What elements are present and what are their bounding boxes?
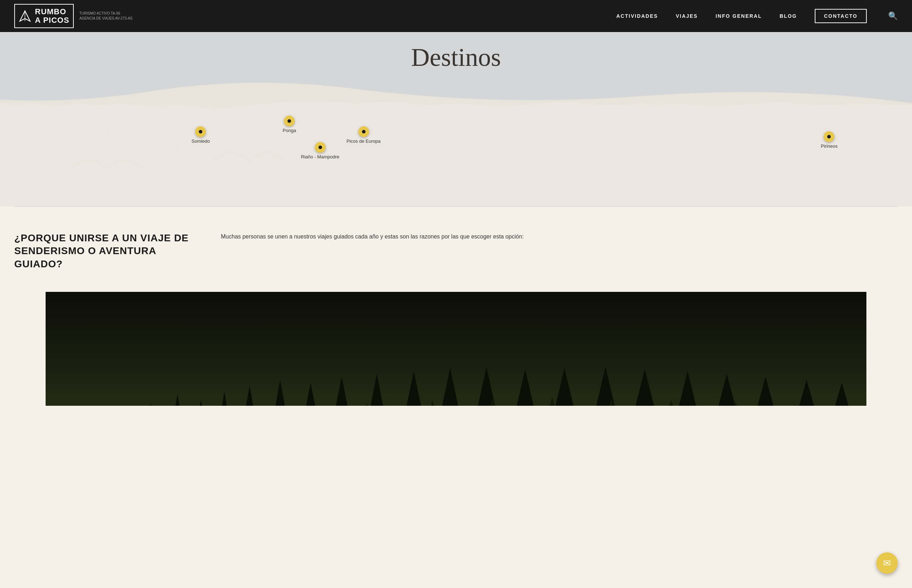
- pin-somiedo[interactable]: Somiedo: [192, 126, 210, 144]
- pin-picos-europa[interactable]: Picos de Europa: [347, 126, 381, 144]
- search-icon[interactable]: 🔍: [888, 11, 898, 21]
- logo[interactable]: RUMBO A PICOS: [14, 4, 74, 28]
- pin-ponga[interactable]: Ponga: [283, 116, 296, 133]
- nav-contacto[interactable]: CONTACTO: [815, 9, 867, 23]
- why-heading: ¿PORQUE UNIRSE A UN VIAJE DE SENDERISMO …: [14, 232, 193, 270]
- nav-blog[interactable]: BLOG: [780, 13, 797, 19]
- why-section: ¿PORQUE UNIRSE A UN VIAJE DE SENDERISMO …: [0, 207, 912, 292]
- site-header: RUMBO A PICOS TURISMO ACTIVO TA-56 AGENC…: [0, 0, 912, 32]
- nav-info-general[interactable]: INFO GENERAL: [716, 13, 762, 19]
- pin-pirineos[interactable]: Pirineos: [821, 131, 837, 149]
- logo-subtitle: TURISMO ACTIVO TA-56 AGENCIA DE VIAJES A…: [79, 11, 133, 21]
- main-nav: ACTIVIDADES VIAJES INFO GENERAL BLOG CON…: [616, 9, 898, 23]
- why-text-area: Muchas personas se unen a nuestros viaje…: [221, 232, 898, 241]
- pin-riano-mampodre[interactable]: Riaño - Mampodre: [301, 142, 340, 160]
- logo-text: RUMBO A PICOS: [35, 8, 70, 24]
- svg-rect-6: [45, 292, 867, 406]
- nav-actividades[interactable]: ACTIVIDADES: [616, 13, 658, 19]
- map-title: Destinos: [411, 43, 501, 72]
- why-heading-area: ¿PORQUE UNIRSE A UN VIAJE DE SENDERISMO …: [14, 232, 193, 270]
- logo-area: RUMBO A PICOS TURISMO ACTIVO TA-56 AGENC…: [14, 4, 133, 28]
- nav-viajes[interactable]: VIAJES: [676, 13, 698, 19]
- forest-illustration: [45, 292, 867, 406]
- why-text: Muchas personas se unen a nuestros viaje…: [221, 232, 898, 241]
- forest-image-section: [45, 292, 867, 406]
- map-section: Destinos Somiedo Ponga Picos de Europa R…: [0, 32, 912, 207]
- logo-icon: [18, 10, 31, 23]
